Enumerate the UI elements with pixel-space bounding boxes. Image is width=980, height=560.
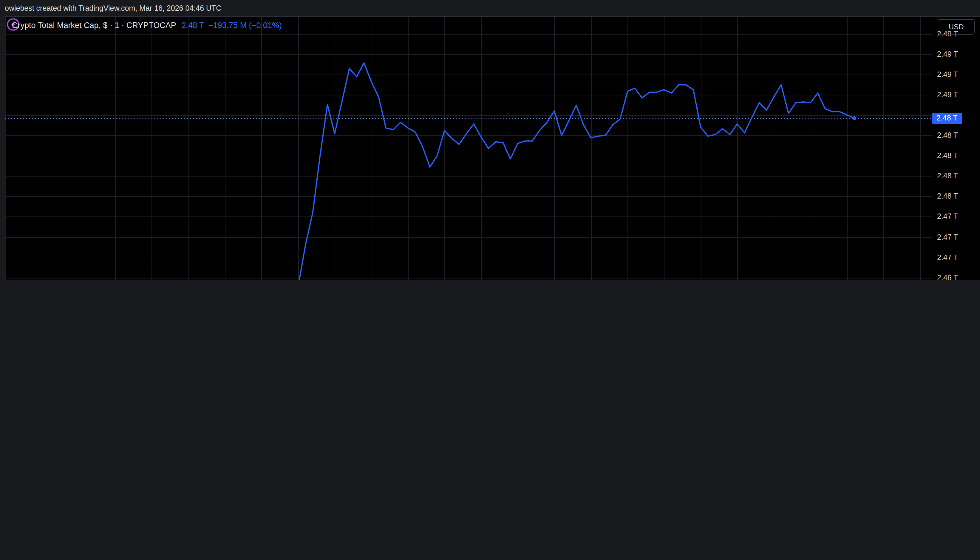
price-axis-label: 2.49 T (937, 90, 958, 100)
price-line-chart (5, 17, 932, 280)
market-cap-line-series (5, 63, 855, 280)
attribution-text: owiebest created with TradingView.com, M… (5, 4, 221, 13)
last-price-dot (852, 116, 856, 120)
chart-legend: Crypto Total Market Cap, $ · 1 · CRYPTOC… (12, 21, 282, 30)
price-axis-label: 2.46 T (937, 273, 958, 280)
current-price-badge[interactable]: 2.48 T (932, 113, 962, 124)
currency-toggle-button[interactable]: USD (938, 19, 975, 35)
price-axis-label: 2.47 T (937, 232, 958, 242)
price-axis-label: 2.48 T (937, 151, 958, 160)
price-axis-label: 2.48 T (937, 171, 958, 181)
price-axis[interactable]: 2.48 T 2.49 T2.49 T2.49 T2.49 T2.48 T2.4… (932, 17, 980, 280)
legend-change: −193.75 M (−0.01%) (208, 21, 282, 30)
price-axis-label: 2.47 T (937, 253, 958, 262)
chart-shell: Crypto Total Market Cap, $ · 1 · CRYPTOC… (5, 16, 980, 280)
price-axis-label: 2.49 T (937, 70, 958, 79)
symbol-title: Crypto Total Market Cap, $ · 1 · CRYPTOC… (12, 21, 176, 30)
legend-values: 2.48 T −193.75 M (−0.01%) (182, 21, 282, 30)
tradingview-snapshot: owiebest created with TradingView.com, M… (0, 0, 980, 280)
price-axis-label: 2.49 T (937, 49, 958, 59)
legend-last-value: 2.48 T (182, 21, 204, 30)
price-axis-label: 2.48 T (937, 192, 958, 201)
chart-pane[interactable]: Crypto Total Market Cap, $ · 1 · CRYPTOC… (5, 17, 932, 280)
price-axis-label: 2.47 T (937, 212, 958, 222)
attribution-bar: owiebest created with TradingView.com, M… (0, 0, 980, 16)
price-axis-label: 2.48 T (937, 131, 958, 140)
